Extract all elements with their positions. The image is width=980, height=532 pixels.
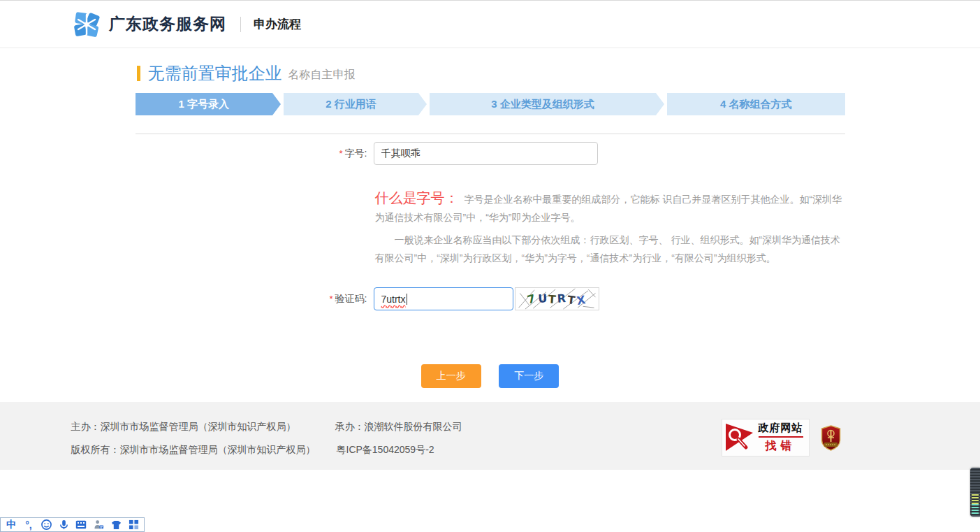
svg-text:U: U xyxy=(537,292,547,305)
svg-text:R: R xyxy=(557,292,566,305)
page-footer: 主办：深圳市市场监督管理局（深圳市知识产权局）承办：浪潮软件股份有限公司 版权所… xyxy=(0,402,980,470)
ime-emoji-icon[interactable] xyxy=(41,519,52,531)
explanation-paragraph-1: 什么是字号：字号是企业名称中最重要的组成部分，它能标 识自己并显著区别于其他企业… xyxy=(375,189,846,227)
page-subtitle: 名称自主申报 xyxy=(288,65,356,82)
wizard-buttons: 上一步 下一步 xyxy=(136,364,845,402)
page-title: 无需前置审批企业 xyxy=(148,62,282,85)
browser-extension-indicator[interactable] xyxy=(970,468,980,517)
ime-handwriting-icon[interactable] xyxy=(93,519,104,531)
undertaker-label: 承办： xyxy=(335,421,365,432)
captcha-input[interactable]: 7utrtx xyxy=(374,287,513,310)
ime-toolbox-icon[interactable] xyxy=(128,519,139,531)
explanation-block: 什么是字号：字号是企业名称中最重要的组成部分，它能标 识自己并显著区别于其他企业… xyxy=(375,189,846,267)
step-tab-3-type[interactable]: 3 企业类型及组织形式 xyxy=(430,93,656,115)
indicator-stripes-yellow xyxy=(972,494,979,504)
title-accent-bar xyxy=(137,66,140,81)
next-step-button[interactable]: 下一步 xyxy=(499,364,559,388)
undertaker-name: 浪潮软件股份有限公司 xyxy=(365,421,462,432)
captcha-field-row: *验证码: 7utrtx 7 U T R T X xyxy=(136,287,845,310)
ime-soft-keyboard-icon[interactable] xyxy=(75,519,87,531)
explanation-paragraph-2: 一般说来企业名称应当由以下部分依次组成：行政区划、字号、 行业、组织形式。如“深… xyxy=(375,231,846,267)
ime-punctuation-icon[interactable]: °, xyxy=(23,519,34,531)
find-error-badge-line2: 找错 xyxy=(759,439,803,454)
name-input[interactable] xyxy=(374,142,598,165)
nav-apply-flow[interactable]: 申办流程 xyxy=(254,16,301,32)
name-field-row: *字号: xyxy=(136,142,845,165)
step-tab-2-industry[interactable]: 2 行业用语 xyxy=(284,93,418,115)
ime-language-mode-icon[interactable]: 中 xyxy=(6,519,17,531)
main-content: 无需前置审批企业 名称自主申报 1 字号录入 2 行业用语 3 企业类型及组织形… xyxy=(0,48,980,402)
host-name: 深圳市市场监督管理局（深圳市知识产权局） xyxy=(101,421,296,432)
site-header: 广东政务服务网 申办流程 xyxy=(0,1,980,48)
step-bar: 1 字号录入 2 行业用语 3 企业类型及组织形式 4 名称组合方式 xyxy=(136,93,845,115)
footer-badges: 政府网站 找错 xyxy=(722,419,841,456)
section-divider xyxy=(136,134,845,134)
indicator-stripes-teal xyxy=(972,504,979,514)
gdzwfw-logo-icon xyxy=(73,10,101,38)
ime-voice-icon[interactable] xyxy=(58,519,69,531)
svg-text:T: T xyxy=(548,292,556,306)
captcha-image[interactable]: 7 U T R T X xyxy=(515,287,599,310)
find-error-badge-line1: 政府网站 xyxy=(759,422,803,438)
icp-license[interactable]: 粤ICP备15042059号-2 xyxy=(337,444,434,455)
copyright-name: 深圳市市场监督管理局（深圳市知识产权局） xyxy=(120,444,316,455)
name-field-label: *字号: xyxy=(136,148,374,160)
text-caret xyxy=(407,294,407,305)
step-tab-1-zihao[interactable]: 1 字号录入 xyxy=(136,93,273,115)
header-divider xyxy=(240,17,241,32)
previous-step-button[interactable]: 上一步 xyxy=(421,364,481,388)
required-asterisk: * xyxy=(339,148,343,159)
explanation-heading: 什么是字号： xyxy=(375,190,459,206)
find-error-magnifier-icon xyxy=(725,424,754,452)
captcha-field-label: *验证码: xyxy=(136,293,374,305)
required-asterisk: * xyxy=(330,294,333,304)
host-label: 主办： xyxy=(71,421,101,432)
copyright-label: 版权所有： xyxy=(71,444,120,455)
ime-toolbar[interactable]: 中 °, xyxy=(0,517,145,532)
site-title: 广东政务服务网 xyxy=(109,13,226,35)
ime-skin-icon[interactable] xyxy=(110,519,122,531)
step-tab-4-combination[interactable]: 4 名称组合方式 xyxy=(667,93,845,115)
credit-shield-badge[interactable] xyxy=(821,425,841,451)
gov-site-find-error-badge[interactable]: 政府网站 找错 xyxy=(722,419,810,456)
